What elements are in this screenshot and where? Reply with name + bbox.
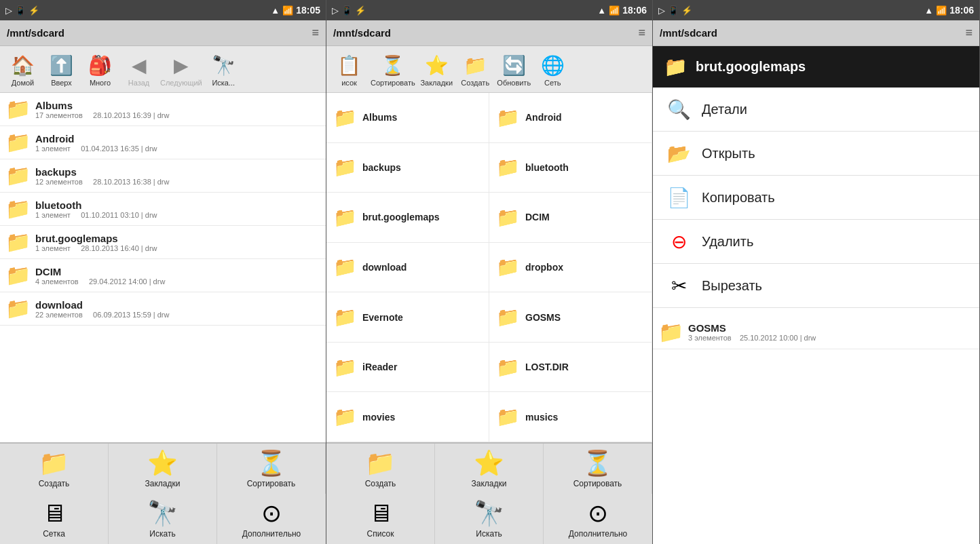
list-item[interactable]: 📁 brut.googlemaps 1 элемент 28.10.2013 1…	[0, 226, 326, 259]
file-grid-item[interactable]: 📁Albums	[326, 93, 489, 143]
bottom-btn-label: Создать	[365, 479, 396, 488]
toolbar-create-2[interactable]: 📁 Создать	[457, 49, 494, 90]
path-menu-icon-2[interactable]: ≡	[638, 26, 645, 40]
home-label: Домой	[12, 79, 35, 87]
list-item[interactable]: 📁 backups 12 элементов 28.10.2013 16:38 …	[0, 159, 326, 193]
bottom-btn[interactable]: ⊙ Дополнительно	[544, 494, 652, 544]
search-icon: 🔭	[210, 52, 237, 79]
forward-icon: ▶	[168, 52, 195, 79]
cut-icon: ✂	[671, 275, 687, 297]
bottom-btn-icon: ⊙	[588, 499, 608, 528]
toolbar-sort-2[interactable]: ⏳ Сортировать	[369, 49, 417, 90]
context-menu-item[interactable]: 🔍 Детали	[653, 88, 979, 132]
list-item[interactable]: 📁 Albums 17 элементов 28.10.2013 16:39 |…	[0, 93, 326, 126]
path-text-3: /mnt/sdcard	[660, 27, 717, 39]
list-item[interactable]: 📁 Android 1 элемент 01.04.2013 16:35 | d…	[0, 126, 326, 159]
toolbar-up[interactable]: ⬆️ Вверх	[43, 49, 80, 90]
bottom-btn[interactable]: 🔭 Искать	[109, 494, 217, 544]
folder-icon: 📁	[496, 256, 520, 278]
file-name: backups	[362, 162, 401, 173]
context-menu-item[interactable]: ⊖ Удалить	[653, 220, 979, 264]
file-grid-item[interactable]: 📁movies	[326, 392, 489, 442]
file-grid-item[interactable]: 📁GOSMS	[489, 292, 652, 343]
file-grid-item[interactable]: 📁iReader	[326, 343, 489, 393]
context-item-label: Вырезать	[702, 278, 762, 294]
file-grid-item[interactable]: 📁DCIM	[489, 193, 652, 243]
bottom-btn[interactable]: ⭐ Закладки	[435, 444, 544, 494]
folder-icon: 📁	[5, 97, 30, 121]
bottom-btn[interactable]: ⏳ Сортировать	[217, 444, 326, 494]
toolbar-forward[interactable]: ▶ Следующий	[159, 49, 204, 90]
context-item-icon: 🔍	[666, 97, 691, 121]
toolbar-refresh-2[interactable]: 🔄 Обновить	[495, 49, 533, 90]
toolbar-back[interactable]: ◀ Назад	[120, 49, 157, 90]
bottom-btn-icon: ⏳	[582, 449, 613, 478]
bottom-btn-label: Закладки	[472, 479, 507, 488]
sort-icon-2: ⏳	[379, 52, 407, 79]
bottom-btn[interactable]: ⊙ Дополнительно	[217, 494, 326, 544]
path-menu-icon-3[interactable]: ≡	[965, 26, 973, 40]
context-item-icon: ✂	[666, 273, 691, 298]
up-label: Вверх	[51, 79, 72, 87]
context-menu-item[interactable]: ✂ Вырезать	[653, 264, 979, 308]
file-name: GOSMS	[525, 312, 561, 323]
context-header-title: brut.googlemaps	[696, 59, 806, 75]
file-grid-item[interactable]: 📁bluetooth	[489, 143, 652, 193]
bottom-btn[interactable]: 📁 Создать	[326, 444, 435, 494]
bottom-btn-icon: 🔭	[147, 499, 178, 528]
folder-icon: 📁	[333, 306, 357, 328]
file-grid-item[interactable]: 📁brut.googlemaps	[326, 193, 489, 243]
wifi-icon: ▲	[271, 5, 280, 16]
file-grid-item[interactable]: 📁download	[326, 243, 489, 293]
file-meta: 4 элементов 29.04.2012 14:00 | drw	[35, 277, 320, 286]
bottom-btn[interactable]: 🔭 Искать	[435, 494, 544, 544]
bottom-btn-label: Закладки	[145, 479, 181, 488]
toolbar-multi[interactable]: 🎒 Много	[81, 49, 119, 90]
toolbar-network-2[interactable]: 🌐 Сеть	[534, 49, 571, 90]
file-name: backups	[35, 166, 320, 178]
folder-icon: 📁	[496, 406, 520, 428]
list-item[interactable]: 📁 DCIM 4 элементов 29.04.2012 14:00 | dr…	[0, 259, 326, 292]
context-menu-item[interactable]: 📋 Переименовать	[653, 308, 979, 316]
list-item[interactable]: 📁 bluetooth 1 элемент 01.10.2011 03:10 |…	[0, 193, 326, 226]
bottom-btn-icon: ⭐	[147, 449, 178, 478]
file-name: Albums	[35, 100, 320, 111]
toolbar-list[interactable]: 📋 исок	[331, 49, 368, 90]
toolbar-search[interactable]: 🔭 Иска...	[205, 49, 242, 90]
sort-label-2: Сортировать	[371, 79, 415, 87]
bottom-btn[interactable]: 🖥 Список	[326, 494, 435, 544]
list-item[interactable]: 📁 download 22 элементов 06.09.2013 15:59…	[0, 292, 326, 326]
file-grid-item[interactable]: 📁LOST.DIR	[489, 343, 652, 393]
phone-icon-2: 📱	[341, 5, 352, 16]
home-icon: 🏠	[10, 52, 37, 79]
signal-icon: 📶	[282, 5, 293, 16]
file-grid-item[interactable]: 📁musics	[489, 392, 652, 442]
file-grid-item[interactable]: 📁dropbox	[489, 243, 652, 293]
file-grid-item[interactable]: 📁Android	[489, 93, 652, 143]
path-menu-icon-1[interactable]: ≡	[312, 26, 319, 40]
bottom-btn-label: Искать	[476, 529, 502, 539]
list-label: исок	[341, 79, 357, 87]
toolbar-home[interactable]: 🏠 Домой	[4, 49, 41, 90]
time-2: 18:06	[622, 5, 647, 16]
create-icon-2: 📁	[461, 52, 489, 79]
toolbar-bookmarks-2[interactable]: ⭐ Закладки	[418, 49, 455, 90]
bottom-btn-icon: ⊙	[261, 499, 282, 528]
context-menu-item[interactable]: 📄 Копировать	[653, 176, 979, 220]
bottom-btn-icon: 🖥	[369, 499, 393, 528]
bottom-btn[interactable]: ⭐ Закладки	[109, 444, 217, 494]
bottom-btn[interactable]: 📁 Создать	[0, 444, 109, 494]
delete-icon: ⊖	[671, 231, 687, 253]
list-item[interactable]: 📁 GOSMS 3 элементов 25.10.2012 10:00 | d…	[653, 316, 979, 349]
file-grid-item[interactable]: 📁Evernote	[326, 292, 489, 343]
bottom-btn[interactable]: 🖥 Сетка	[0, 494, 109, 544]
bottom-btn-icon: 🖥	[42, 499, 67, 528]
bottom-btn[interactable]: ⏳ Сортировать	[544, 444, 652, 494]
folder-icon: 📁	[5, 197, 30, 221]
file-meta: 1 элемент 28.10.2013 16:40 | drw	[35, 244, 320, 252]
context-menu-item[interactable]: 📂 Открыть	[653, 132, 979, 176]
multi-label: Много	[90, 79, 111, 87]
bottom-btn-label: Дополнительно	[569, 529, 627, 539]
file-grid-item[interactable]: 📁backups	[326, 143, 489, 193]
path-text-1: /mnt/sdcard	[7, 27, 64, 39]
